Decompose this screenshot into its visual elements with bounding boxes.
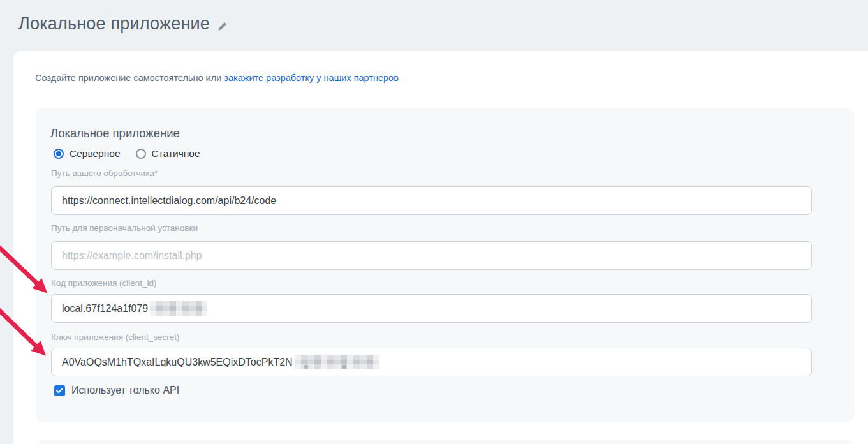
radio-selected-icon[interactable] xyxy=(54,149,64,159)
handler-path-input[interactable] xyxy=(51,186,812,215)
install-path-input[interactable] xyxy=(51,241,812,270)
client-id-input[interactable]: local.67f124a1f079 xyxy=(51,294,812,323)
radio-static-label: Статичное xyxy=(152,148,200,159)
radio-server-label: Серверное xyxy=(70,148,121,159)
client-secret-redaction-blur xyxy=(295,355,379,369)
page-header: Локальное приложение xyxy=(18,14,228,34)
api-only-label: Использует только API xyxy=(71,385,179,396)
pencil-icon[interactable] xyxy=(217,21,228,31)
install-path-label: Путь для первоначальной установки xyxy=(51,223,198,233)
app-settings-page: Локальное приложение Создайте приложение… xyxy=(0,0,868,444)
client-id-redaction-blur xyxy=(150,301,207,316)
local-app-panel: Локальное приложение Серверное Статичное… xyxy=(36,108,855,422)
client-secret-input[interactable]: A0VaOQsM1hTQxaILqkuQU3kw5EQixDTocPkT2N xyxy=(51,348,812,376)
client-id-label: Код приложения (client_id) xyxy=(51,278,157,288)
client-id-value: local.67f124a1f079 xyxy=(62,303,148,314)
check-icon xyxy=(56,388,63,394)
page-title: Локальное приложение xyxy=(18,14,210,34)
main-card: Создайте приложение самостоятельно или з… xyxy=(13,51,868,444)
intro-plain-text: Создайте приложение самостоятельно или xyxy=(35,73,221,83)
checkbox-checked-icon[interactable] xyxy=(54,385,65,396)
api-only-checkbox-row[interactable]: Использует только API xyxy=(54,385,179,396)
client-secret-value: A0VaOQsM1hTQxaILqkuQU3kw5EQixDTocPkT2N xyxy=(62,357,293,368)
next-section-panel xyxy=(36,440,855,444)
handler-path-label: Путь вашего обработчика* xyxy=(51,168,158,178)
intro-text: Создайте приложение самостоятельно или з… xyxy=(35,73,399,83)
radio-unselected-icon[interactable] xyxy=(136,149,146,159)
radio-static[interactable]: Статичное xyxy=(136,148,200,159)
partners-link[interactable]: закажите разработку у наших партнеров xyxy=(224,73,399,83)
panel-heading: Локальное приложение xyxy=(50,126,180,140)
radio-server[interactable]: Серверное xyxy=(54,148,121,159)
client-secret-label: Ключ приложения (client_secret) xyxy=(51,332,179,342)
app-type-radio-group: Серверное Статичное xyxy=(54,148,200,159)
